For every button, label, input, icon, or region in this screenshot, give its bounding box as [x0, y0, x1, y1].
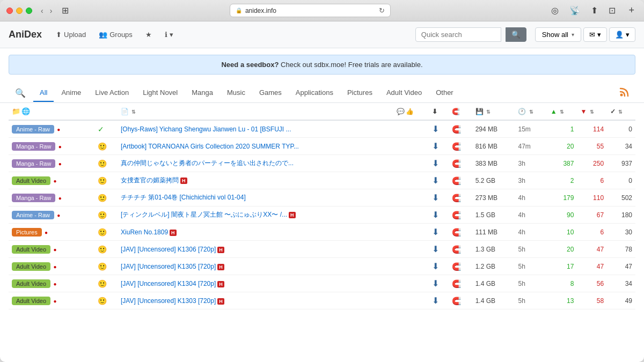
download-icon[interactable]: ⬇: [432, 262, 439, 271]
torrent-title-link[interactable]: チチチチ 第01-04巻 [Chichichichi vol 01-04]: [121, 194, 246, 201]
search-button[interactable]: 🔍: [506, 27, 526, 42]
download-icon[interactable]: ⬇: [432, 210, 439, 219]
email-button[interactable]: ✉ ▾: [583, 27, 607, 42]
download-icon[interactable]: ⬇: [432, 176, 439, 185]
download-icon[interactable]: ⬇: [432, 279, 439, 288]
col-header-leechers[interactable]: ▼ ⇅: [577, 103, 607, 120]
magnet-icon[interactable]: 🧲: [452, 279, 461, 288]
category-badge[interactable]: Manga - Raw: [12, 142, 55, 151]
magnet-icon[interactable]: 🧲: [452, 142, 461, 151]
magnet-icon[interactable]: 🧲: [452, 159, 461, 168]
download-cell[interactable]: ⬇: [429, 258, 449, 275]
download-cell[interactable]: ⬇: [429, 138, 449, 155]
magnet-icon[interactable]: 🧲: [452, 297, 461, 305]
torrent-title-link[interactable]: XiuRen No.1809H: [121, 228, 177, 236]
info-link[interactable]: ℹ ▾: [159, 27, 179, 42]
download-cell[interactable]: ⬇: [429, 120, 449, 138]
category-badge[interactable]: Adult Video: [12, 245, 50, 254]
magnet-cell[interactable]: 🧲: [449, 275, 472, 292]
magnet-icon[interactable]: 🧲: [452, 228, 461, 237]
magnet-icon[interactable]: 🧲: [452, 262, 461, 271]
magnet-cell[interactable]: 🧲: [449, 172, 472, 189]
col-header-title[interactable]: 📄 ⇅: [118, 103, 393, 120]
category-badge[interactable]: Adult Video: [12, 176, 50, 185]
share-button[interactable]: ⬆: [588, 4, 601, 17]
torrent-title-link[interactable]: [JAV] [Uncensored] K1304 [720p]H: [121, 280, 224, 287]
download-icon[interactable]: ⬇: [432, 159, 439, 168]
magnet-cell[interactable]: 🧲: [449, 189, 472, 206]
tab-manga[interactable]: Manga: [185, 84, 219, 102]
tab-overview-button[interactable]: ⊞: [58, 4, 72, 17]
magnet-icon[interactable]: 🧲: [452, 125, 461, 134]
download-icon[interactable]: ⬇: [432, 193, 439, 202]
magnet-cell[interactable]: 🧲: [449, 155, 472, 172]
show-all-button[interactable]: Show all ▾: [535, 27, 581, 42]
download-icon[interactable]: ⬇: [432, 245, 439, 254]
magnet-icon[interactable]: 🧲: [452, 194, 461, 202]
download-cell[interactable]: ⬇: [429, 292, 449, 309]
tab-other[interactable]: Other: [429, 84, 460, 102]
col-header-date[interactable]: 🕐 ⇅: [515, 103, 547, 120]
search-input[interactable]: [415, 27, 501, 42]
category-badge[interactable]: Manga - Raw: [12, 194, 55, 202]
magnet-icon[interactable]: 🧲: [452, 176, 461, 185]
download-cell[interactable]: ⬇: [429, 189, 449, 206]
groups-link[interactable]: 👥 Groups: [93, 27, 138, 42]
tab-adult-video[interactable]: Adult Video: [380, 84, 428, 102]
refresh-button[interactable]: ↻: [379, 6, 385, 14]
magnet-cell[interactable]: 🧲: [449, 258, 472, 275]
category-badge[interactable]: Anime - Raw: [12, 125, 54, 134]
new-tab-button[interactable]: +: [625, 4, 638, 17]
download-cell[interactable]: ⬇: [429, 155, 449, 172]
brand-logo[interactable]: AniDex: [9, 29, 42, 40]
download-icon[interactable]: ⬇: [432, 142, 439, 151]
magnet-cell[interactable]: 🧲: [449, 241, 472, 258]
torrent-title-link[interactable]: 真の仲間じゃないと勇者のパーティーを追い出されたので...: [121, 159, 294, 167]
maximize-button[interactable]: [26, 8, 32, 14]
torrent-title-link[interactable]: [Artbook] TORANOANA Girls Collection 202…: [121, 143, 299, 150]
magnet-cell[interactable]: 🧲: [449, 292, 472, 309]
extensions-button[interactable]: ◎: [548, 4, 562, 17]
magnet-icon[interactable]: 🧲: [452, 245, 461, 254]
col-header-completed[interactable]: ✓ ⇅: [607, 103, 635, 120]
tab-music[interactable]: Music: [221, 84, 252, 102]
col-header-category[interactable]: 📁 🌐: [9, 103, 94, 120]
torrent-title-link[interactable]: [Ohys-Raws] Yichang Shengwu Jianwen Lu -…: [121, 125, 291, 133]
rss-button[interactable]: 📡: [566, 4, 583, 17]
category-badge[interactable]: Adult Video: [12, 297, 50, 305]
close-button[interactable]: [6, 8, 13, 14]
tab-anime[interactable]: Anime: [55, 84, 87, 102]
torrent-title-link[interactable]: 女捜査官の媚薬拷問H: [121, 176, 187, 184]
download-cell[interactable]: ⬇: [429, 206, 449, 224]
col-header-comments[interactable]: 💬 👍: [393, 103, 429, 120]
tab-games[interactable]: Games: [253, 84, 288, 102]
col-header-size[interactable]: 💾 ⇅: [472, 103, 515, 120]
col-header-download[interactable]: ⬇: [429, 103, 449, 120]
download-cell[interactable]: ⬇: [429, 241, 449, 258]
category-badge[interactable]: Adult Video: [12, 262, 50, 271]
col-header-seeders[interactable]: ▲ ⇅: [547, 103, 577, 120]
download-icon[interactable]: ⬇: [432, 124, 439, 134]
tab-all[interactable]: All: [33, 84, 54, 102]
reader-view-button[interactable]: ⊡: [605, 4, 619, 17]
magnet-cell[interactable]: 🧲: [449, 206, 472, 224]
search-tab-icon[interactable]: 🔍: [9, 84, 32, 102]
torrent-title-link[interactable]: [JAV] [Uncensored] K1303 [720p]H: [121, 297, 224, 305]
magnet-cell[interactable]: 🧲: [449, 138, 472, 155]
user-button[interactable]: 👤 ▾: [609, 27, 635, 42]
category-badge[interactable]: Adult Video: [12, 279, 50, 288]
tab-light-novel[interactable]: Light Novel: [136, 84, 184, 102]
category-badge[interactable]: Anime - Raw: [12, 211, 54, 219]
address-bar[interactable]: 🔒 anidex.info ↻: [230, 4, 391, 17]
category-badge[interactable]: Manga - Raw: [12, 159, 55, 168]
tab-live-action[interactable]: Live Action: [89, 84, 135, 102]
rss-feed-icon[interactable]: [615, 83, 635, 102]
download-cell[interactable]: ⬇: [429, 224, 449, 241]
download-cell[interactable]: ⬇: [429, 172, 449, 189]
col-header-magnet[interactable]: 🧲: [449, 103, 472, 120]
category-badge[interactable]: Pictures: [12, 228, 42, 237]
back-button[interactable]: ‹: [39, 5, 46, 16]
download-cell[interactable]: ⬇: [429, 275, 449, 292]
magnet-icon[interactable]: 🧲: [452, 211, 461, 219]
magnet-cell[interactable]: 🧲: [449, 224, 472, 241]
